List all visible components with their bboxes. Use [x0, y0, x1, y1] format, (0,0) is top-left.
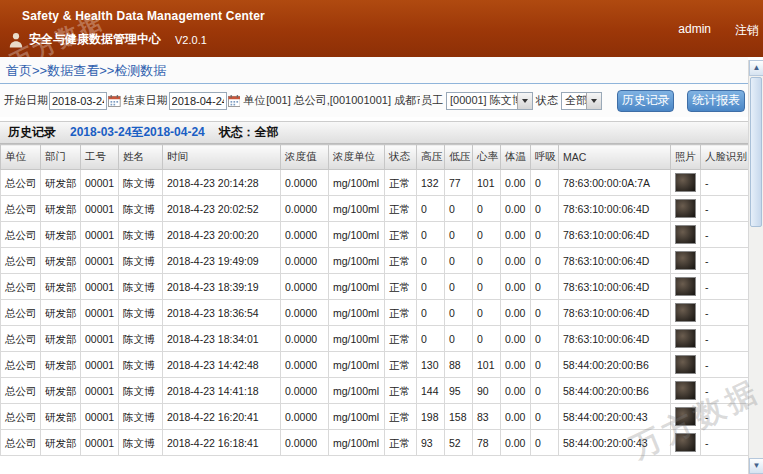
end-date-calendar-icon[interactable] — [228, 94, 241, 108]
cell-mac: 78:63:10:00:06:4D — [559, 196, 671, 222]
cell-unit: 总公司 — [1, 170, 41, 196]
column-header: 浓度单位 — [329, 145, 385, 170]
cell-high: 0 — [417, 196, 445, 222]
table-row: 总公司研发部00001陈文博2018-4-23 14:42:480.0000mg… — [1, 352, 749, 378]
cell-face-recognition: - — [701, 274, 749, 300]
cell-conc: 0.0000 — [281, 274, 329, 300]
photo-thumbnail[interactable] — [675, 407, 696, 426]
cell-unit: 总公司 — [1, 326, 41, 352]
cell-time: 2018-4-23 20:00:20 — [163, 222, 281, 248]
column-header: 心率 — [473, 145, 501, 170]
cell-high: 0 — [417, 222, 445, 248]
summary-status: 状态：全部 — [219, 124, 279, 141]
cell-unit: 总公司 — [1, 300, 41, 326]
photo-thumbnail[interactable] — [675, 251, 696, 270]
chevron-down-icon[interactable] — [586, 93, 601, 109]
unit-value[interactable]: [001] 总公司,[001001001] 成都市双流 — [266, 93, 420, 108]
cell-photo — [671, 248, 701, 274]
photo-thumbnail[interactable] — [675, 355, 696, 374]
column-header: MAC — [559, 145, 671, 170]
status-select[interactable]: 全部 — [561, 92, 602, 110]
column-header: 呼吸 — [531, 145, 559, 170]
chevron-down-icon[interactable] — [517, 93, 532, 109]
cell-face-recognition: - — [701, 404, 749, 430]
cell-status: 正常 — [385, 430, 417, 456]
employee-select[interactable]: [00001] 陈文博 — [446, 92, 533, 110]
cell-name: 陈文博 — [119, 222, 163, 248]
cell-mac: 78:63:10:00:06:4D — [559, 274, 671, 300]
photo-thumbnail[interactable] — [675, 433, 696, 452]
cell-id: 00001 — [81, 404, 119, 430]
cell-face-recognition: - — [701, 196, 749, 222]
app-header: Safety & Health Data Management Center 安… — [0, 0, 763, 57]
cell-dept: 研发部 — [41, 196, 81, 222]
cell-time: 2018-4-22 16:18:41 — [163, 430, 281, 456]
start-date-calendar-icon[interactable] — [108, 94, 121, 108]
table-row: 总公司研发部00001陈文博2018-4-22 16:18:410.0000mg… — [1, 430, 749, 456]
employee-label: 员工 — [421, 93, 443, 108]
cell-photo — [671, 326, 701, 352]
cell-photo — [671, 222, 701, 248]
cell-mac: 78:63:10:00:06:4D — [559, 248, 671, 274]
cell-low: 0 — [445, 248, 473, 274]
employee-select-value: [00001] 陈文博 — [447, 93, 517, 108]
cell-resp: 0 — [531, 170, 559, 196]
cell-unit: 总公司 — [1, 196, 41, 222]
photo-thumbnail[interactable] — [675, 303, 696, 322]
photo-thumbnail[interactable] — [675, 173, 696, 192]
cell-dept: 研发部 — [41, 300, 81, 326]
cell-mac: 78:63:10:00:06:4D — [559, 222, 671, 248]
cell-unit: 总公司 — [1, 248, 41, 274]
cell-dept: 研发部 — [41, 326, 81, 352]
app-title-zh: 安全与健康数据管理中心 — [29, 31, 161, 48]
cell-conc: 0.0000 — [281, 196, 329, 222]
photo-thumbnail[interactable] — [675, 225, 696, 244]
cell-hr: 90 — [473, 378, 501, 404]
start-date-input[interactable] — [49, 92, 107, 110]
history-button[interactable]: 历史记录 — [617, 90, 675, 112]
cell-temp: 0.00 — [501, 430, 531, 456]
cell-photo — [671, 170, 701, 196]
cell-resp: 0 — [531, 352, 559, 378]
cell-conc_unit: mg/100ml — [329, 170, 385, 196]
photo-thumbnail[interactable] — [675, 277, 696, 296]
cell-hr: 0 — [473, 248, 501, 274]
breadcrumb[interactable]: 首页>>数据查看>>检测数据 — [0, 57, 748, 84]
cell-name: 陈文博 — [119, 196, 163, 222]
column-header: 浓度值 — [281, 145, 329, 170]
cell-high: 144 — [417, 378, 445, 404]
cell-low: 0 — [445, 300, 473, 326]
scroll-down-button[interactable]: ▼ — [749, 458, 763, 474]
cell-conc: 0.0000 — [281, 326, 329, 352]
cell-id: 00001 — [81, 326, 119, 352]
cell-photo — [671, 274, 701, 300]
cell-mac: 78:63:10:00:06:4D — [559, 326, 671, 352]
photo-thumbnail[interactable] — [675, 199, 696, 218]
scrollbar-thumb[interactable] — [750, 77, 762, 227]
summary-date-range: 2018-03-24至2018-04-24 — [70, 124, 205, 141]
start-date-label: 开始日期 — [4, 93, 48, 108]
status-label: 状态 — [536, 93, 558, 108]
cell-conc: 0.0000 — [281, 404, 329, 430]
cell-unit: 总公司 — [1, 430, 41, 456]
scroll-up-button[interactable]: ▲ — [749, 60, 763, 76]
cell-hr: 101 — [473, 352, 501, 378]
photo-thumbnail[interactable] — [675, 381, 696, 400]
end-date-input[interactable] — [169, 92, 227, 110]
logout-link[interactable]: 注销 — [735, 22, 759, 39]
cell-status: 正常 — [385, 352, 417, 378]
report-button[interactable]: 统计报表 — [687, 90, 745, 112]
cell-photo — [671, 430, 701, 456]
status-select-value: 全部 — [562, 93, 586, 108]
cell-conc_unit: mg/100ml — [329, 196, 385, 222]
cell-resp: 0 — [531, 430, 559, 456]
cell-dept: 研发部 — [41, 170, 81, 196]
cell-face-recognition: - — [701, 378, 749, 404]
vertical-scrollbar[interactable]: ▲ ▼ — [748, 60, 763, 474]
cell-high: 93 — [417, 430, 445, 456]
column-header: 工号 — [81, 145, 119, 170]
cell-time: 2018-4-23 18:36:54 — [163, 300, 281, 326]
table-row: 总公司研发部00001陈文博2018-4-23 18:36:540.0000mg… — [1, 300, 749, 326]
photo-thumbnail[interactable] — [675, 329, 696, 348]
cell-resp: 0 — [531, 300, 559, 326]
